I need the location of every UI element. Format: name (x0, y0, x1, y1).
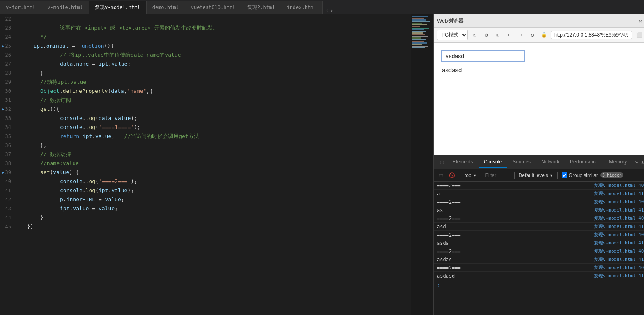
console-source-1[interactable]: 复现v-model.html:41 (594, 191, 644, 197)
code-line-27: data.name = ipt.value; (21, 60, 411, 69)
devtools-collapse-icon[interactable]: ▲ (641, 160, 644, 164)
hidden-count-badge: 3 hidden (600, 172, 623, 178)
back-icon[interactable]: ← (505, 30, 514, 39)
code-lines[interactable]: 该事件在 <input> 或 <textarea> 元素的值发生改变时触发。 *… (18, 14, 411, 315)
line-35: 35 (0, 132, 14, 141)
tab-vuetest010[interactable]: vuetest010.html (185, 1, 242, 14)
tab-v-for[interactable]: v-for.html (0, 1, 41, 14)
console-inspect-icon[interactable]: ⬚ (437, 171, 445, 179)
code-editor: 22 23 24 25 26 27 28 29 30 31 32 33 34 3… (0, 14, 433, 315)
lock-icon[interactable]: 🔒 (539, 30, 548, 39)
console-source-8[interactable]: 复现v-model.html:40 (594, 248, 644, 254)
browser-title-bar: Web浏览器 ✕ (434, 14, 644, 28)
code-line-30: Object.defineProperty (data, "name",{ (21, 87, 411, 96)
line-29: 29 (0, 78, 14, 87)
code-line-43: ipt.value = value; (21, 204, 411, 213)
preview-output-text: asdasd (442, 67, 639, 74)
code-line-29: //劫持ipt.value (21, 78, 411, 87)
tab-label: v-modle.html (47, 5, 83, 10)
console-source-6[interactable]: 复现v-model.html:40 (594, 232, 644, 238)
code-line-34: console. log( '====1===='); (21, 123, 411, 132)
console-value-4: ====2=== (437, 216, 461, 221)
line-26: 26 (0, 51, 14, 60)
browser-url-input[interactable] (551, 31, 632, 39)
console-source-4[interactable]: 复现v-model.html:40 (594, 215, 644, 221)
preview-input[interactable] (442, 51, 524, 62)
line-38: 38 (0, 159, 14, 168)
console-output[interactable]: ====2=== 复现v-model.html:40 a 复现v-model.h… (434, 182, 644, 315)
settings-icon[interactable]: ⚙ (482, 30, 491, 39)
open-external-icon[interactable]: ⬜ (635, 30, 644, 39)
line-28: 28 (0, 69, 14, 78)
tab-demo[interactable]: demo.html (147, 1, 185, 14)
browser-mode-select[interactable]: PC模式 (437, 30, 468, 40)
code-line-42: p.innerHTML = value; (21, 195, 411, 204)
console-filter-input[interactable] (485, 172, 510, 178)
console-default-levels[interactable]: Default levels ▼ (519, 172, 553, 178)
console-source-3[interactable]: 复现v-model.html:41 (594, 207, 644, 213)
tab-label: index.html (287, 5, 316, 10)
code-line-25: ipt.oninput = function(){ (21, 41, 411, 51)
devtools-tab-performance[interactable]: Performance (565, 156, 603, 168)
tab-prev-icon[interactable]: ‹ (325, 7, 329, 14)
code-line-26: // 将ipt.value中的值传给data.name的value (21, 51, 411, 60)
devtools-inspect-icon[interactable]: ⬚ (437, 157, 447, 167)
console-prompt: › (434, 280, 644, 290)
console-value-11: asdasd (437, 273, 455, 279)
console-clear-icon[interactable]: 🚫 (448, 171, 456, 179)
browser-url-bar: PC模式 ⊡ ⚙ ⊞ ← → ↻ 🔒 ⬜ (434, 28, 644, 42)
code-line-38: //name:value (21, 159, 411, 168)
tab-fuxian2[interactable]: 复现2.html (242, 1, 281, 14)
devtools-tab-sources[interactable]: Sources (508, 156, 536, 168)
code-line-45: }) (21, 222, 411, 231)
console-source-9[interactable]: 复现v-model.html:41 (594, 256, 644, 262)
console-row-11: asdasd 复现v-model.html:41 (434, 272, 644, 280)
console-row-4: ====2=== 复现v-model.html:40 (434, 214, 644, 223)
line-44: 44 (0, 213, 14, 222)
console-context-select[interactable]: top ▼ (465, 172, 477, 178)
console-source-7[interactable]: 复现v-model.html:41 (594, 240, 644, 246)
console-row-0: ====2=== 复现v-model.html:40 (434, 182, 644, 190)
code-line-23: 该事件在 <input> 或 <textarea> 元素的值发生改变时触发。 (21, 23, 411, 32)
devtools-more-tabs[interactable]: » (632, 158, 640, 167)
browser-title-text: Web浏览器 (437, 17, 635, 25)
console-source-5[interactable]: 复现v-model.html:41 (594, 223, 644, 230)
forward-icon[interactable]: → (516, 30, 525, 39)
code-line-31: // 数据订阅 (21, 96, 411, 105)
tab-label: demo.html (152, 5, 179, 10)
expand-icon[interactable]: ⊞ (493, 30, 502, 39)
console-source-11[interactable]: 复现v-model.html:41 (594, 273, 644, 279)
code-line-37: // 数据劫持 (21, 150, 411, 159)
console-separator-1 (460, 172, 460, 179)
group-similar-checkbox[interactable] (562, 172, 567, 178)
line-31: 31 (0, 96, 14, 105)
console-source-0[interactable]: 复现v-model.html:40 (594, 182, 644, 189)
line-25: 25 (0, 41, 14, 51)
tab-index[interactable]: index.html (281, 1, 322, 14)
console-group-similar[interactable]: Group similar (562, 172, 598, 178)
line-37: 37 (0, 150, 14, 159)
devtools-tab-console[interactable]: Console (479, 156, 507, 168)
devtools-tab-memory[interactable]: Memory (604, 156, 632, 168)
console-value-0: ====2=== (437, 183, 461, 189)
refresh-icon[interactable]: ↻ (528, 30, 537, 39)
browser-close-button[interactable]: ✕ (637, 18, 644, 24)
console-value-9: asdas (437, 257, 452, 262)
devtools-tab-network[interactable]: Network (536, 156, 564, 168)
console-row-6: ====2=== 复现v-model.html:40 (434, 231, 644, 239)
tab-fuxian-v-model[interactable]: 复现v-model.html (89, 1, 147, 14)
code-line-33: console. log( data.value ); (21, 114, 411, 123)
console-source-10[interactable]: 复现v-model.html:40 (594, 264, 644, 271)
console-row-10: ====2=== 复现v-model.html:40 (434, 264, 644, 272)
devtools-tab-elements[interactable]: Elements (448, 156, 478, 168)
line-41: 41 (0, 186, 14, 195)
tab-v-modle[interactable]: v-modle.html (41, 1, 89, 14)
tab-label: v-for.html (6, 5, 35, 10)
prompt-icon: › (437, 282, 440, 288)
console-row-1: a 复现v-model.html:41 (434, 190, 644, 198)
console-source-2[interactable]: 复现v-model.html:40 (594, 199, 644, 205)
default-levels-label: Default levels (519, 172, 548, 178)
screenshot-icon[interactable]: ⊡ (470, 30, 479, 39)
line-27: 27 (0, 60, 14, 69)
tab-next-icon[interactable]: › (330, 7, 334, 14)
